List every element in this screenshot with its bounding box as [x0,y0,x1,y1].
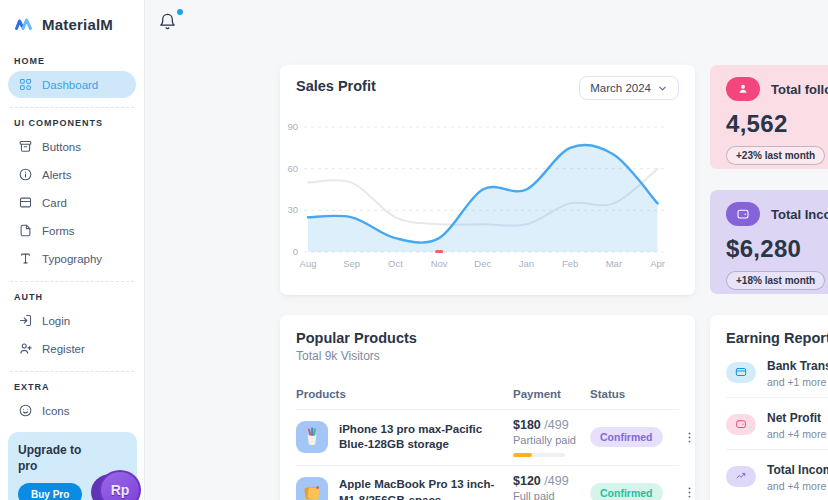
sidebar-item-label: Icons [42,405,70,417]
svg-text:Feb: Feb [562,258,578,269]
payment-amount: $120 /499 [513,474,590,488]
svg-text:Nov: Nov [431,258,448,269]
unread-dot [177,9,183,15]
svg-text:Sep: Sep [343,258,360,269]
sidebar-divider [10,371,134,372]
product-row: iPhone 13 pro max-Pacific Blue-128GB sto… [296,410,679,466]
chevron-down-icon [657,83,668,94]
sidebar-item-forms[interactable]: Forms [8,217,136,244]
stat-card-value: 4,562 [726,110,828,138]
buy-pro-button[interactable]: Buy Pro [18,483,82,500]
product-name: Apple MacBook Pro 13 inch-M1-8/256GB-spa… [339,477,507,500]
svg-text:Oct: Oct [388,258,403,269]
credit-card-icon [726,362,756,383]
svg-text:0: 0 [293,246,298,257]
notifications-button[interactable] [158,7,186,35]
product-name: iPhone 13 pro max-Pacific Blue-128GB sto… [339,422,507,453]
stat-card-value: $6,280 [726,235,828,263]
sidebar-item-typography[interactable]: Typography [8,245,136,272]
payment-amount: $180 /499 [513,418,590,432]
earning-reports-card: Earning Reports Bank Transferand +1 more… [710,315,828,500]
upgrade-title: Upgrade to pro [18,443,90,474]
sidebar-item-login[interactable]: Login [8,307,136,334]
sales-profit-card: Sales Profit March 2024 0306090AugSepOct… [280,65,695,295]
period-value: March 2024 [590,82,651,94]
sidebar-section-label: UI COMPONENTS [14,118,130,128]
payment-progress [513,453,565,457]
sidebar-item-dashboard[interactable]: Dashboard [8,71,136,98]
sidebar-item-label: Buttons [42,141,81,153]
column-header-payment: Payment [513,388,590,400]
svg-text:Mar: Mar [606,258,622,269]
sidebar-item-label: Typography [42,253,102,265]
earning-item-sub: and +4 more [767,480,828,492]
earning-reports-title: Earning Reports [726,330,828,346]
sales-profit-title: Sales Profit [296,78,376,94]
file-icon [18,223,33,238]
sidebar-item-register[interactable]: Register [8,335,136,362]
sidebar-item-buttons[interactable]: Buttons [8,133,136,160]
products-table-body: iPhone 13 pro max-Pacific Blue-128GB sto… [296,410,679,500]
rp-coin-illustration: Rp [91,468,141,500]
coin-label: Rp [111,482,130,498]
period-dropdown[interactable]: March 2024 [579,76,679,100]
popular-products-title: Popular Products [296,330,679,346]
earning-item-sub: and +1 more [767,376,828,388]
popular-products-card: Popular Products Total 9k Visitors Produ… [280,315,695,500]
earning-item-label: Bank Transfer [767,359,828,373]
sidebar-item-label: Register [42,343,85,355]
row-menu-button[interactable] [682,485,697,500]
svg-text:Dec: Dec [474,258,491,269]
earning-item-total-income: Total Incomeand +4 more [726,450,828,500]
stat-card-badge: +18% last month [726,271,825,290]
sidebar-item-alerts[interactable]: Alerts [8,161,136,188]
status-badge: Confirmed [590,483,663,500]
login-icon [18,313,33,328]
brand-name: MaterialM [42,16,113,33]
status-badge: Confirmed [590,427,663,447]
stat-card-title: Total Income [771,207,828,222]
popular-products-subtitle: Total 9k Visitors [296,349,679,363]
sidebar-item-label: Dashboard [42,79,98,91]
card-icon [18,195,33,210]
wallet-icon [726,202,760,226]
stat-cards: Total followers4,562+23% last monthTotal… [710,65,828,294]
wallet-icon [726,414,756,435]
stat-card-title: Total followers [771,82,828,97]
payment-note: Partially paid [513,434,590,446]
user-icon [726,77,760,101]
row-menu-button[interactable] [682,430,697,445]
sidebar: MaterialM HOMEDashboardUI COMPONENTSButt… [0,0,145,500]
sidebar-item-label: Forms [42,225,75,237]
sidebar-divider [10,281,134,282]
stat-card-total-income: Total Income$6,280+18% last month [710,190,828,294]
brand-logo-icon [12,12,36,36]
upgrade-card: Upgrade to pro Buy Pro Rp [8,432,137,500]
typography-icon [18,251,33,266]
sidebar-divider [10,107,134,108]
sticky-notes-icon [296,477,328,500]
sidebar-nav: HOMEDashboardUI COMPONENTSButtonsAlertsC… [8,56,136,452]
sidebar-section-label: AUTH [14,292,130,302]
brand-logo[interactable]: MaterialM [8,10,136,46]
earning-item-bank-transfer: Bank Transferand +1 more [726,346,828,398]
svg-text:90: 90 [287,121,298,132]
svg-text:30: 30 [287,204,298,215]
user-plus-icon [18,341,33,356]
earning-reports-list: Bank Transferand +1 more Net Profitand +… [726,346,828,500]
sidebar-item-label: Login [42,315,70,327]
sidebar-item-icons[interactable]: Icons [8,397,136,424]
stat-card-badge: +23% last month [726,146,825,165]
earning-item-net-profit: Net Profitand +4 more [726,398,828,450]
svg-text:Aug: Aug [300,258,317,269]
earning-item-label: Total Income [767,463,828,477]
stat-card-total-followers: Total followers4,562+23% last month [710,65,828,169]
pencil-cup-icon [296,421,328,453]
svg-text:60: 60 [287,163,298,174]
sidebar-item-label: Card [42,197,67,209]
coin-front-disc: Rp [99,470,141,500]
sidebar-section-label: EXTRA [14,382,130,392]
sidebar-item-card[interactable]: Card [8,189,136,216]
info-circle-icon [18,167,33,182]
column-header-products: Products [296,388,513,400]
